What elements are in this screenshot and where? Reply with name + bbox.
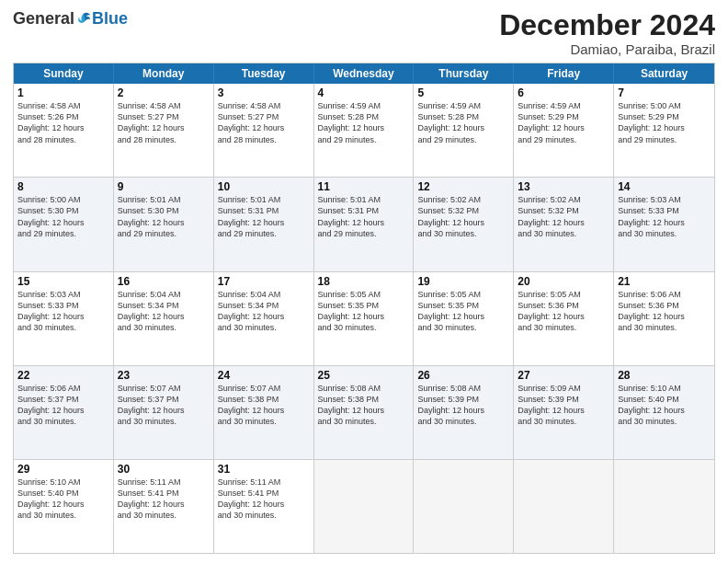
- cell-daylight-info: Sunrise: 5:00 AM Sunset: 5:29 PM Dayligh…: [618, 100, 711, 145]
- header-cell-sunday: Sunday: [14, 63, 114, 84]
- header: General Blue December 2024 Damiao, Parai…: [13, 9, 715, 57]
- page: General Blue December 2024 Damiao, Parai…: [0, 0, 728, 563]
- calendar-cell-day-11: 11Sunrise: 5:01 AM Sunset: 5:31 PM Dayli…: [314, 178, 415, 270]
- cell-daylight-info: Sunrise: 5:05 AM Sunset: 5:36 PM Dayligh…: [518, 289, 609, 334]
- day-number: 16: [118, 275, 210, 288]
- calendar-cell-day-25: 25Sunrise: 5:08 AM Sunset: 5:38 PM Dayli…: [314, 366, 415, 459]
- cell-daylight-info: Sunrise: 5:06 AM Sunset: 5:37 PM Dayligh…: [17, 383, 109, 428]
- cell-daylight-info: Sunrise: 5:10 AM Sunset: 5:40 PM Dayligh…: [618, 383, 711, 428]
- day-number: 14: [618, 180, 711, 193]
- day-number: 17: [218, 275, 310, 288]
- calendar-cell-day-26: 26Sunrise: 5:08 AM Sunset: 5:39 PM Dayli…: [414, 366, 514, 459]
- calendar-cell-day-23: 23Sunrise: 5:07 AM Sunset: 5:37 PM Dayli…: [114, 366, 214, 459]
- calendar-row-3: 22Sunrise: 5:06 AM Sunset: 5:37 PM Dayli…: [14, 365, 714, 459]
- calendar-cell-day-4: 4Sunrise: 4:59 AM Sunset: 5:28 PM Daylig…: [314, 84, 415, 177]
- cell-daylight-info: Sunrise: 5:06 AM Sunset: 5:36 PM Dayligh…: [618, 289, 711, 334]
- day-number: 2: [118, 86, 210, 99]
- day-number: 20: [518, 275, 609, 288]
- calendar-cell-empty: [614, 460, 714, 553]
- calendar-cell-day-22: 22Sunrise: 5:06 AM Sunset: 5:37 PM Dayli…: [14, 366, 114, 459]
- cell-daylight-info: Sunrise: 5:02 AM Sunset: 5:32 PM Dayligh…: [518, 194, 609, 239]
- calendar-cell-day-28: 28Sunrise: 5:10 AM Sunset: 5:40 PM Dayli…: [614, 366, 714, 459]
- day-number: 19: [417, 275, 509, 288]
- cell-daylight-info: Sunrise: 5:04 AM Sunset: 5:34 PM Dayligh…: [218, 289, 310, 334]
- day-number: 31: [218, 463, 310, 476]
- cell-daylight-info: Sunrise: 5:02 AM Sunset: 5:32 PM Dayligh…: [417, 194, 509, 239]
- calendar-cell-day-6: 6Sunrise: 4:59 AM Sunset: 5:29 PM Daylig…: [514, 84, 614, 177]
- day-number: 22: [17, 369, 109, 382]
- cell-daylight-info: Sunrise: 5:07 AM Sunset: 5:38 PM Dayligh…: [218, 383, 310, 428]
- day-number: 5: [417, 86, 509, 99]
- day-number: 7: [618, 86, 711, 99]
- header-cell-monday: Monday: [114, 63, 214, 84]
- day-number: 24: [218, 369, 310, 382]
- calendar-cell-day-20: 20Sunrise: 5:05 AM Sunset: 5:36 PM Dayli…: [514, 272, 614, 365]
- header-cell-wednesday: Wednesday: [314, 63, 415, 84]
- calendar-cell-day-17: 17Sunrise: 5:04 AM Sunset: 5:34 PM Dayli…: [214, 272, 314, 365]
- calendar-cell-day-1: 1Sunrise: 4:58 AM Sunset: 5:26 PM Daylig…: [14, 84, 114, 177]
- cell-daylight-info: Sunrise: 5:01 AM Sunset: 5:31 PM Dayligh…: [318, 194, 410, 239]
- calendar-cell-day-8: 8Sunrise: 5:00 AM Sunset: 5:30 PM Daylig…: [14, 178, 114, 270]
- day-number: 4: [318, 86, 410, 99]
- day-number: 8: [17, 180, 109, 193]
- calendar-header: SundayMondayTuesdayWednesdayThursdayFrid…: [14, 63, 714, 84]
- cell-daylight-info: Sunrise: 5:08 AM Sunset: 5:38 PM Dayligh…: [318, 383, 410, 428]
- calendar-row-2: 15Sunrise: 5:03 AM Sunset: 5:33 PM Dayli…: [14, 271, 714, 365]
- day-number: 18: [318, 275, 410, 288]
- cell-daylight-info: Sunrise: 5:00 AM Sunset: 5:30 PM Dayligh…: [17, 194, 109, 239]
- cell-daylight-info: Sunrise: 5:07 AM Sunset: 5:37 PM Dayligh…: [118, 383, 210, 428]
- calendar: SundayMondayTuesdayWednesdayThursdayFrid…: [13, 63, 715, 554]
- calendar-cell-day-3: 3Sunrise: 4:58 AM Sunset: 5:27 PM Daylig…: [214, 84, 314, 177]
- calendar-cell-day-24: 24Sunrise: 5:07 AM Sunset: 5:38 PM Dayli…: [214, 366, 314, 459]
- calendar-cell-day-10: 10Sunrise: 5:01 AM Sunset: 5:31 PM Dayli…: [214, 178, 314, 270]
- calendar-cell-day-12: 12Sunrise: 5:02 AM Sunset: 5:32 PM Dayli…: [414, 178, 514, 270]
- calendar-cell-day-21: 21Sunrise: 5:06 AM Sunset: 5:36 PM Dayli…: [614, 272, 714, 365]
- day-number: 25: [318, 369, 410, 382]
- calendar-cell-day-29: 29Sunrise: 5:10 AM Sunset: 5:40 PM Dayli…: [14, 460, 114, 553]
- day-number: 23: [118, 369, 210, 382]
- logo-bird-icon: [75, 11, 92, 28]
- cell-daylight-info: Sunrise: 5:05 AM Sunset: 5:35 PM Dayligh…: [318, 289, 410, 334]
- logo-general-text: General: [13, 9, 74, 29]
- calendar-row-1: 8Sunrise: 5:00 AM Sunset: 5:30 PM Daylig…: [14, 177, 714, 270]
- cell-daylight-info: Sunrise: 4:59 AM Sunset: 5:28 PM Dayligh…: [417, 100, 509, 145]
- day-number: 28: [618, 369, 711, 382]
- day-number: 15: [17, 275, 109, 288]
- day-number: 30: [118, 463, 210, 476]
- cell-daylight-info: Sunrise: 5:01 AM Sunset: 5:31 PM Dayligh…: [218, 194, 310, 239]
- calendar-cell-day-15: 15Sunrise: 5:03 AM Sunset: 5:33 PM Dayli…: [14, 272, 114, 365]
- calendar-cell-day-30: 30Sunrise: 5:11 AM Sunset: 5:41 PM Dayli…: [114, 460, 214, 553]
- calendar-cell-day-13: 13Sunrise: 5:02 AM Sunset: 5:32 PM Dayli…: [514, 178, 614, 270]
- day-number: 26: [417, 369, 509, 382]
- logo-blue-text: Blue: [92, 9, 128, 29]
- cell-daylight-info: Sunrise: 4:58 AM Sunset: 5:26 PM Dayligh…: [17, 100, 109, 145]
- calendar-cell-day-14: 14Sunrise: 5:03 AM Sunset: 5:33 PM Dayli…: [614, 178, 714, 270]
- cell-daylight-info: Sunrise: 5:10 AM Sunset: 5:40 PM Dayligh…: [17, 477, 109, 522]
- day-number: 6: [518, 86, 609, 99]
- logo: General Blue: [13, 9, 128, 29]
- cell-daylight-info: Sunrise: 4:58 AM Sunset: 5:27 PM Dayligh…: [118, 100, 210, 145]
- day-number: 21: [618, 275, 711, 288]
- calendar-cell-day-19: 19Sunrise: 5:05 AM Sunset: 5:35 PM Dayli…: [414, 272, 514, 365]
- cell-daylight-info: Sunrise: 5:08 AM Sunset: 5:39 PM Dayligh…: [417, 383, 509, 428]
- calendar-cell-empty: [514, 460, 614, 553]
- location-title: Damiao, Paraiba, Brazil: [499, 41, 715, 57]
- calendar-cell-day-5: 5Sunrise: 4:59 AM Sunset: 5:28 PM Daylig…: [414, 84, 514, 177]
- day-number: 1: [17, 86, 109, 99]
- day-number: 12: [417, 180, 509, 193]
- calendar-cell-day-7: 7Sunrise: 5:00 AM Sunset: 5:29 PM Daylig…: [614, 84, 714, 177]
- cell-daylight-info: Sunrise: 5:09 AM Sunset: 5:39 PM Dayligh…: [518, 383, 609, 428]
- calendar-row-0: 1Sunrise: 4:58 AM Sunset: 5:26 PM Daylig…: [14, 84, 714, 177]
- header-cell-friday: Friday: [514, 63, 614, 84]
- cell-daylight-info: Sunrise: 4:58 AM Sunset: 5:27 PM Dayligh…: [218, 100, 310, 145]
- calendar-row-4: 29Sunrise: 5:10 AM Sunset: 5:40 PM Dayli…: [14, 459, 714, 553]
- calendar-cell-day-27: 27Sunrise: 5:09 AM Sunset: 5:39 PM Dayli…: [514, 366, 614, 459]
- calendar-cell-empty: [314, 460, 415, 553]
- day-number: 9: [118, 180, 210, 193]
- day-number: 13: [518, 180, 609, 193]
- calendar-cell-day-18: 18Sunrise: 5:05 AM Sunset: 5:35 PM Dayli…: [314, 272, 415, 365]
- calendar-body: 1Sunrise: 4:58 AM Sunset: 5:26 PM Daylig…: [14, 84, 714, 553]
- calendar-cell-day-9: 9Sunrise: 5:01 AM Sunset: 5:30 PM Daylig…: [114, 178, 214, 270]
- calendar-cell-day-2: 2Sunrise: 4:58 AM Sunset: 5:27 PM Daylig…: [114, 84, 214, 177]
- day-number: 29: [17, 463, 109, 476]
